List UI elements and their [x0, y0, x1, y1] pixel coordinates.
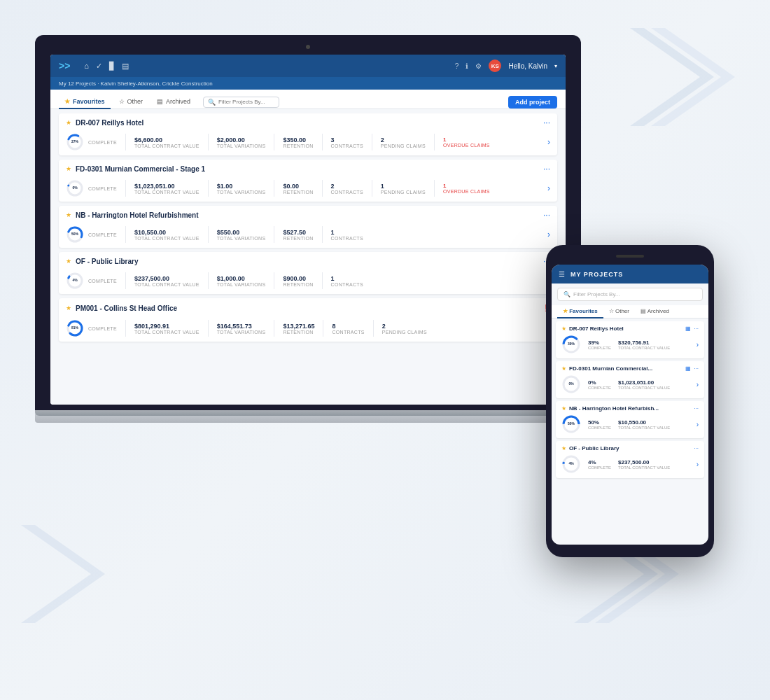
variations-value: $2,000.00 — [217, 136, 266, 144]
contracts-group: 1 CONTRACTS — [331, 275, 363, 287]
search-input[interactable] — [218, 99, 274, 105]
contract-value-group: $10,550.00 TOTAL CONTRACT VALUE — [134, 229, 200, 241]
svg-text:27%: 27% — [71, 139, 79, 144]
contracts-value: 1 — [331, 275, 363, 282]
tab-favourites[interactable]: ★ Favourites — [59, 95, 111, 109]
phone-card-header: ★ OF - Public Library ··· — [561, 445, 699, 451]
phone-star-icon[interactable]: ★ — [561, 365, 566, 372]
project-card: ★ FD-0301 Murnian Commercial - Stage 1 ·… — [59, 160, 557, 202]
variations-label: TOTAL VARIATIONS — [217, 282, 266, 287]
svg-text:0%: 0% — [72, 186, 78, 190]
project-header: ★ PM001 - Collins St Head Office ! — [59, 298, 557, 316]
phone-contract-group: $10,550.00 TOTAL CONTRACT VALUE — [618, 419, 670, 430]
phone-nav-arrow[interactable]: › — [696, 341, 699, 349]
phone-tabs: ★ Favourites ☆ Other ▤ Archived — [552, 305, 708, 318]
project-header: ★ NB - Harrington Hotel Refurbishment ··… — [59, 206, 557, 223]
project-star-icon[interactable]: ★ — [66, 119, 71, 126]
phone-more-icon[interactable]: ··· — [694, 405, 699, 412]
variations-group: $550.00 TOTAL VARIATIONS — [217, 229, 266, 241]
project-star-icon[interactable]: ★ — [66, 258, 71, 265]
search-icon: 🔍 — [208, 99, 216, 106]
phone-tab-fav-label: Favourites — [569, 308, 597, 314]
phone-progress-circle: 4% — [561, 454, 581, 474]
home-icon[interactable]: ⌂ — [84, 62, 89, 71]
divider — [322, 134, 323, 150]
retention-value: $350.00 — [283, 136, 313, 144]
retention-value: $13,271.65 — [283, 323, 314, 330]
phone-star-icon[interactable]: ★ — [561, 445, 566, 451]
variations-group: $2,000.00 TOTAL VARIATIONS — [217, 136, 266, 148]
svg-text:50%: 50% — [71, 232, 79, 236]
pending-value: 2 — [382, 323, 427, 330]
retention-label: RETENTION — [283, 144, 313, 148]
project-stats: 0% COMPLETE $1,023,051.00 TOTAL CONTRACT… — [59, 176, 557, 202]
phone-complete-group: 50% COMPLETE — [588, 419, 611, 430]
phone-tab-favourites[interactable]: ★ Favourites — [557, 305, 603, 318]
divider — [208, 272, 209, 289]
project-nav-arrow[interactable]: › — [547, 137, 550, 147]
phone-nav-arrow[interactable]: › — [696, 421, 699, 428]
phone-nav-arrow[interactable]: › — [696, 461, 699, 468]
phone-tab-archived[interactable]: ▤ Archived — [635, 305, 675, 318]
complete-label: COMPLETE — [88, 232, 117, 237]
phone-menu-icon[interactable]: ☰ — [559, 270, 565, 278]
project-star-icon[interactable]: ★ — [66, 165, 71, 172]
tab-other[interactable]: ☆ Other — [113, 95, 149, 109]
phone-card-stats: 4% 4% COMPLETE $237,500.00 TOTAL CONTRAC… — [561, 454, 699, 474]
phone-more-icon[interactable]: ··· — [694, 445, 699, 451]
check-icon[interactable]: ✓ — [96, 62, 102, 71]
phone-nav-arrow[interactable]: › — [696, 381, 699, 388]
phone-more-icon[interactable]: ··· — [694, 365, 699, 372]
phone-grid-icon[interactable]: ▦ — [685, 326, 691, 332]
laptop-base — [35, 410, 581, 423]
other-star-icon: ☆ — [119, 98, 125, 105]
retention-value: $527.50 — [283, 229, 313, 236]
phone-star-icon[interactable]: ★ — [561, 326, 566, 332]
project-stats: 4% COMPLETE $237,500.00 TOTAL CONTRACT V… — [59, 269, 557, 294]
header-right: ? ℹ ⚙ KS Hello, Kalvin ▾ — [455, 59, 557, 72]
help-icon[interactable]: ? — [455, 62, 459, 70]
project-card: ★ OF - Public Library ··· 4% — [59, 252, 557, 294]
info-icon[interactable]: ℹ — [465, 62, 468, 70]
svg-marker-6 — [21, 525, 105, 623]
tab-archived[interactable]: ▤ Archived — [151, 95, 196, 109]
add-project-button[interactable]: Add project — [508, 96, 557, 108]
phone-star-icon[interactable]: ★ — [561, 405, 566, 412]
complete-label: COMPLETE — [88, 140, 117, 145]
archived-icon: ▤ — [157, 98, 163, 105]
phone-more-icon[interactable]: ··· — [694, 326, 699, 332]
divider — [372, 180, 372, 197]
more-options-icon[interactable]: ··· — [543, 210, 550, 220]
contract-value: $237,500.00 — [134, 275, 200, 282]
retention-value: $0.00 — [283, 183, 313, 190]
phone-search-icon: 🔍 — [564, 291, 570, 298]
phone-complete-val: 0% — [588, 379, 611, 386]
pending-claims-group: 2 PENDING CLAIMS — [382, 323, 427, 335]
chart-icon[interactable]: ▊ — [109, 62, 115, 71]
document-icon[interactable]: ▤ — [122, 62, 129, 71]
project-header: ★ OF - Public Library ··· — [59, 252, 557, 269]
settings-icon[interactable]: ⚙ — [475, 62, 482, 70]
phone-other-icon: ☆ — [609, 308, 614, 314]
contracts-group: 8 CONTRACTS — [332, 323, 364, 335]
phone-grid-icon[interactable]: ▦ — [685, 365, 691, 372]
dropdown-arrow-icon[interactable]: ▾ — [554, 63, 557, 69]
project-star-icon[interactable]: ★ — [66, 211, 71, 218]
variations-group: $1.00 TOTAL VARIATIONS — [217, 183, 266, 195]
laptop-screen: >> ⌂ ✓ ▊ ▤ ? ℹ ⚙ KS Hello, Kalvin ▾ — [50, 55, 566, 405]
user-avatar[interactable]: KS — [489, 59, 501, 72]
contracts-value: 1 — [331, 229, 363, 236]
project-nav-arrow[interactable]: › — [547, 230, 550, 239]
phone-contract-group: $1,023,051.00 TOTAL CONTRACT VALUE — [618, 379, 670, 390]
phone-tab-other[interactable]: ☆ Other — [603, 305, 635, 318]
more-options-icon[interactable]: ··· — [543, 164, 550, 174]
project-nav-arrow[interactable]: › — [547, 183, 550, 193]
project-star-icon[interactable]: ★ — [66, 304, 71, 312]
phone-contract-lbl: TOTAL CONTRACT VALUE — [618, 386, 670, 390]
more-options-icon[interactable]: ··· — [543, 118, 550, 127]
phone-project-card: ★ FD-0301 Murnian Commercial... ▦ ··· 0% — [556, 361, 704, 398]
divider — [208, 226, 209, 243]
divider — [434, 180, 435, 197]
variations-label: TOTAL VARIATIONS — [217, 236, 266, 241]
phone-tab-other-label: Other — [615, 308, 629, 314]
